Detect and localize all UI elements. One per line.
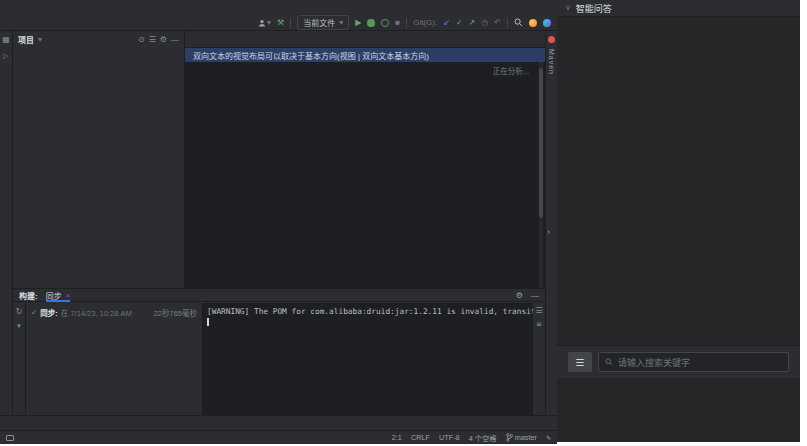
build-group-label: 构建: [19, 290, 38, 301]
plugin-orange-icon[interactable] [529, 19, 537, 27]
editor-scrollbar[interactable] [539, 62, 543, 288]
project-panel: 项目 ▾ ⊙ ☰ ⚙ — [13, 31, 185, 288]
scroll-end-icon[interactable]: ⊞ [536, 320, 541, 327]
assistant-panel: ∨ 智能问答 ☰ 请输入搜索关键字 [557, 0, 800, 442]
left-tool-stripe: ▦ ▷ [0, 31, 13, 415]
git-push-button[interactable]: ↗ [469, 19, 476, 27]
expand-panel-icon[interactable]: › [547, 227, 550, 237]
chevron-down-icon: ▾ [267, 19, 271, 27]
editor-area: 双向文本的视觉布局可以取决于基本方向(视图 | 双向文本基本方向) 正在分析..… [185, 31, 545, 288]
notifications-bell-icon[interactable] [548, 36, 555, 43]
gear-icon[interactable]: ⚙ [160, 35, 167, 44]
git-history-button[interactable]: ◷ [481, 19, 488, 27]
assistant-search-bar: ☰ 请输入搜索关键字 [557, 345, 800, 378]
assistant-title: 智能问答 [576, 2, 612, 15]
chevron-down-icon: ▾ [339, 19, 343, 27]
sync-time: 在 7/14/23, 10:28 AM [61, 307, 132, 318]
project-tool-icon[interactable]: ▦ [2, 35, 10, 44]
filter-icon[interactable]: ▼ [16, 323, 22, 329]
profiler-button[interactable] [381, 19, 389, 27]
git-branch-widget[interactable]: master [506, 433, 537, 442]
git-label: Git(G): [413, 18, 437, 27]
collapse-chevron-icon: ∨ [565, 4, 571, 12]
project-panel-header: 项目 ▾ ⊙ ☰ ⚙ — [13, 31, 184, 48]
hide-panel-icon[interactable]: — [171, 35, 179, 44]
editor-notification-banner: 双向文本的视觉布局可以取决于基本方向(视图 | 双向文本基本方向) [185, 48, 545, 62]
run-button[interactable]: ▶ [355, 19, 361, 27]
minimize-icon[interactable]: — [531, 291, 539, 300]
build-panel: 构建: 同步 × ⚙ — ↻ ▼ ✓ 同步: 在 7/14/23, 10:28 … [13, 288, 545, 415]
build-hammer-icon[interactable]: ⚒ [277, 19, 284, 27]
chevron-down-icon: ▾ [38, 36, 42, 44]
banner-text: 双向文本的视觉布局可以取决于基本方向(视图 | 双向文本基本方向) [193, 50, 429, 61]
expand-icon[interactable]: ☰ [149, 35, 156, 44]
bookmarks-icon[interactable]: ▷ [3, 52, 8, 60]
assistant-plugin-icon[interactable] [543, 19, 551, 27]
editor-tabs [185, 31, 545, 48]
user-account-button[interactable]: ▾ [258, 19, 271, 27]
divider [406, 18, 407, 28]
divider [290, 18, 291, 28]
divider [507, 18, 508, 28]
build-status-pane: ✓ 同步: 在 7/14/23, 10:28 AM 22秒765毫秒 [26, 303, 203, 415]
success-check-icon: ✓ [31, 308, 37, 317]
assistant-header[interactable]: ∨ 智能问答 [557, 0, 800, 17]
menu-burger-button[interactable]: ☰ [568, 352, 592, 372]
git-update-button[interactable]: ↙ [443, 19, 450, 27]
build-panel-header: 构建: 同步 × ⚙ — [13, 289, 545, 302]
right-tool-stripe: Maven › [545, 31, 557, 415]
locate-file-icon[interactable]: ⊙ [138, 35, 145, 44]
ide-window: ▾ ⚒ 当前文件 ▾ ▶ ■ Git(G): ↙ ✓ ↗ ◷ ↶ [0, 0, 557, 444]
status-bar: 2:1 CRLF UTF-8 4 个空格 master ✎ [0, 430, 557, 444]
git-rollback-button[interactable]: ↶ [494, 19, 501, 27]
readonly-icon[interactable]: ✎ [546, 434, 551, 441]
main-toolbar: ▾ ⚒ 当前文件 ▾ ▶ ■ Git(G): ↙ ✓ ↗ ◷ ↶ [0, 15, 557, 31]
sync-duration: 22秒765毫秒 [154, 307, 197, 318]
maven-tool-button[interactable]: Maven [548, 49, 555, 75]
run-config-label: 当前文件 [303, 17, 335, 28]
line-separator[interactable]: CRLF [411, 433, 430, 442]
git-commit-button[interactable]: ✓ [456, 19, 463, 27]
rerun-icon[interactable]: ↻ [16, 307, 23, 316]
gear-icon[interactable]: ⚙ [516, 291, 523, 300]
search-icon [605, 358, 613, 366]
file-encoding[interactable]: UTF-8 [439, 433, 460, 442]
event-log-icon[interactable] [6, 435, 14, 441]
console-warning-line: [WARNING] The POM for com.alibaba:druid:… [207, 307, 533, 316]
close-icon[interactable]: × [66, 291, 71, 300]
debug-button[interactable] [367, 19, 375, 27]
soft-wrap-icon[interactable]: ☰ [535, 306, 542, 315]
build-left-rail: ↻ ▼ [13, 303, 26, 415]
build-console[interactable]: [WARNING] The POM for com.alibaba:druid:… [203, 303, 533, 415]
tool-window-bar [0, 415, 557, 430]
run-config-select[interactable]: 当前文件 ▾ [297, 15, 349, 30]
menu-bar [0, 0, 557, 15]
caret-position[interactable]: 2:1 [392, 433, 402, 442]
sync-label: 同步: [40, 307, 58, 318]
search-input[interactable]: 请输入搜索关键字 [598, 352, 789, 372]
indent-setting[interactable]: 4 个空格 [469, 433, 497, 443]
search-everywhere-button[interactable] [514, 18, 523, 27]
console-caret [207, 318, 209, 326]
project-title: 项目 [18, 34, 34, 45]
stop-button[interactable]: ■ [395, 19, 400, 27]
console-right-rail: ☰ ⊞ [533, 303, 545, 415]
code-view[interactable] [185, 62, 537, 288]
build-tab-sync[interactable]: 同步 × [46, 289, 71, 302]
search-placeholder: 请输入搜索关键字 [618, 356, 690, 369]
